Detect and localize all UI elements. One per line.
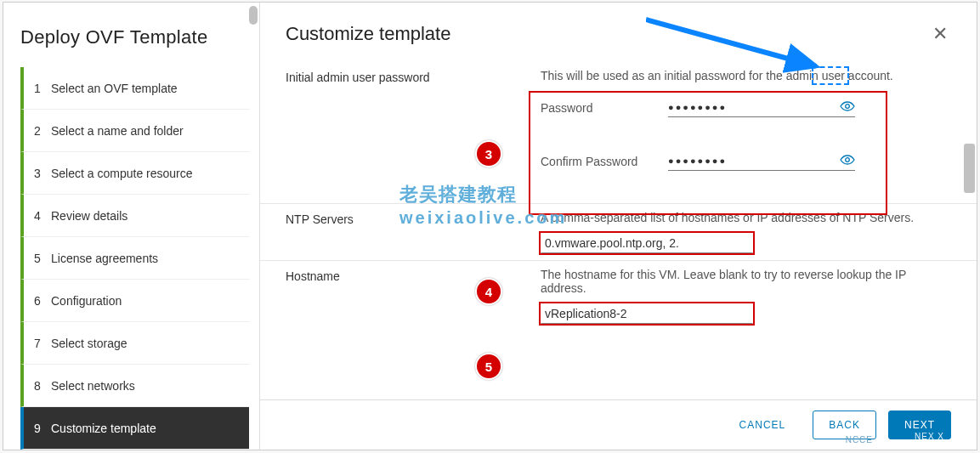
ntp-input[interactable] [541, 233, 753, 253]
password-input-wrap[interactable]: ●●●●●●●● [668, 98, 855, 117]
desc-hostname: The hostname for this VM. Leave blank to… [541, 268, 951, 295]
step-label: Select networks [51, 379, 135, 393]
wizard-steps: 1 Select an OVF template 2 Select a name… [20, 67, 249, 450]
content-pane: Customize template ✕ Initial admin user … [260, 3, 977, 450]
password-label: Password [541, 101, 668, 115]
callout-badge-3: 3 [475, 140, 502, 167]
confirm-password-input-wrap[interactable]: ●●●●●●●● [668, 151, 855, 171]
svg-point-0 [846, 105, 850, 109]
step-label: Customize template [51, 422, 156, 435]
step-2[interactable]: 2 Select a name and folder [20, 110, 249, 152]
svg-point-1 [846, 158, 850, 162]
password-line: Password ●●●●●●●● [541, 98, 951, 117]
sidebar-scrollbar[interactable] [249, 6, 258, 25]
cancel-button[interactable]: CANCEL [724, 411, 802, 439]
row-hostname: Hostname The hostname for this VM. Leave… [260, 260, 977, 331]
row-ntp: NTP Servers A comma-separated list of ho… [260, 203, 977, 260]
step-7[interactable]: 7 Select storage [20, 322, 249, 365]
step-label: Select a compute resource [51, 167, 193, 180]
eye-icon[interactable] [840, 153, 855, 168]
desc-initial-password: This will be used as an initial password… [541, 69, 951, 82]
label-hostname: Hostname [286, 268, 541, 283]
content-header: Customize template ✕ [260, 3, 977, 45]
step-label: Review details [51, 209, 127, 223]
back-button[interactable]: BACK [813, 411, 876, 439]
desc-ntp: A comma-separated list of hostnames or I… [541, 211, 951, 224]
close-icon[interactable]: ✕ [929, 23, 951, 45]
content-body: Initial admin user password This will be… [260, 45, 977, 399]
content-scrollbar-thumb[interactable] [964, 144, 975, 193]
step-4[interactable]: 4 Review details [20, 195, 249, 237]
step-5[interactable]: 5 License agreements [20, 237, 249, 280]
hostname-input[interactable] [541, 303, 753, 324]
password-value: ●●●●●●●● [668, 102, 840, 112]
content-scrollbar-track[interactable] [960, 59, 977, 399]
step-label: License agreements [51, 252, 158, 265]
label-ntp: NTP Servers [286, 211, 541, 226]
step-1[interactable]: 1 Select an OVF template [20, 67, 249, 110]
step-label: Select an OVF template [51, 82, 178, 95]
step-6[interactable]: 6 Configuration [20, 280, 249, 322]
confirm-password-line: Confirm Password ●●●●●●●● [541, 151, 951, 171]
label-initial-password: Initial admin user password [286, 69, 541, 84]
content-hostname: The hostname for this VM. Leave blank to… [541, 268, 951, 324]
content-initial-password: This will be used as an initial password… [541, 69, 951, 186]
callout-badge-5: 5 [475, 353, 502, 380]
step-8[interactable]: 8 Select networks [20, 365, 249, 407]
dialog-footer: CANCEL BACK NEXT NCCE NEX X vXT IEX [260, 399, 977, 450]
step-3[interactable]: 3 Select a compute resource [20, 152, 249, 195]
eye-icon[interactable] [840, 99, 855, 115]
callout-badge-4: 4 [475, 278, 502, 305]
wizard-sidebar: Deploy OVF Template 1 Select an OVF temp… [3, 3, 260, 450]
step-label: Select storage [51, 337, 127, 350]
content-ntp: A comma-separated list of hostnames or I… [541, 211, 951, 253]
ovf-dialog: Deploy OVF Template 1 Select an OVF temp… [3, 2, 977, 450]
confirm-password-label: Confirm Password [541, 155, 668, 168]
step-9[interactable]: 9 Customize template [20, 407, 249, 450]
step-label: Select a name and folder [51, 124, 184, 138]
ghost-text: vXT IEX [911, 442, 949, 451]
content-title: Customize template [286, 23, 450, 45]
next-button[interactable]: NEXT [888, 411, 951, 439]
row-initial-password: Initial admin user password This will be… [260, 62, 977, 203]
confirm-password-value: ●●●●●●●● [668, 156, 840, 166]
dialog-title: Deploy OVF Template [20, 26, 249, 48]
step-label: Configuration [51, 294, 122, 308]
